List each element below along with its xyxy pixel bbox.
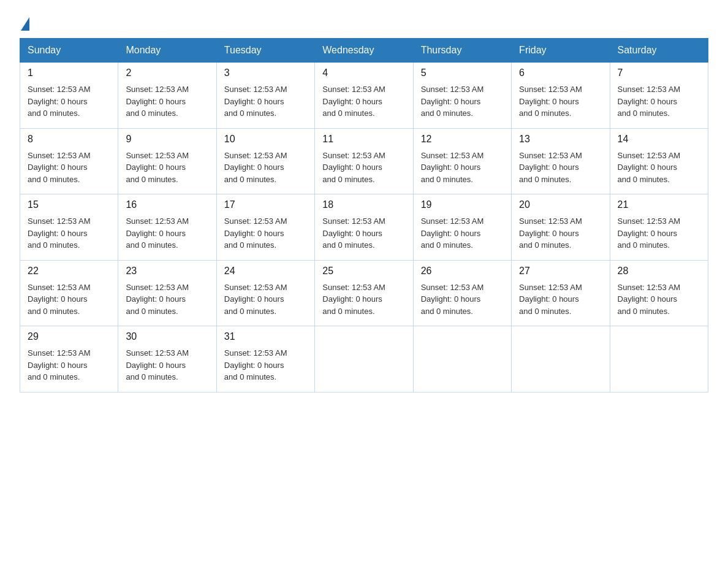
weekday-header-row: SundayMondayTuesdayWednesdayThursdayFrid…	[20, 39, 708, 63]
calendar-cell: 4Sunset: 12:53 AMDaylight: 0 hoursand 0 …	[315, 63, 413, 129]
day-info: Sunset: 12:53 AMDaylight: 0 hoursand 0 m…	[322, 282, 405, 318]
day-info: Sunset: 12:53 AMDaylight: 0 hoursand 0 m…	[618, 282, 700, 318]
day-number: 16	[126, 199, 208, 210]
calendar-cell: 17Sunset: 12:53 AMDaylight: 0 hoursand 0…	[216, 194, 314, 261]
day-number: 3	[224, 67, 307, 79]
calendar-cell: 19Sunset: 12:53 AMDaylight: 0 hoursand 0…	[413, 194, 511, 261]
calendar-week-row: 29Sunset: 12:53 AMDaylight: 0 hoursand 0…	[20, 326, 708, 393]
day-info: Sunset: 12:53 AMDaylight: 0 hoursand 0 m…	[421, 83, 504, 120]
calendar-cell: 2Sunset: 12:53 AMDaylight: 0 hoursand 0 …	[118, 63, 216, 129]
day-number: 14	[618, 134, 700, 145]
day-info: Sunset: 12:53 AMDaylight: 0 hoursand 0 m…	[421, 282, 504, 318]
day-info: Sunset: 12:53 AMDaylight: 0 hoursand 0 m…	[322, 215, 405, 251]
day-number: 1	[28, 67, 110, 79]
day-info: Sunset: 12:53 AMDaylight: 0 hoursand 0 m…	[618, 83, 700, 120]
day-info: Sunset: 12:53 AMDaylight: 0 hoursand 0 m…	[421, 150, 504, 186]
day-info: Sunset: 12:53 AMDaylight: 0 hoursand 0 m…	[224, 83, 307, 120]
calendar-cell: 1Sunset: 12:53 AMDaylight: 0 hoursand 0 …	[20, 63, 118, 129]
calendar-week-row: 1Sunset: 12:53 AMDaylight: 0 hoursand 0 …	[20, 63, 708, 129]
calendar-cell	[610, 326, 708, 393]
calendar-cell: 18Sunset: 12:53 AMDaylight: 0 hoursand 0…	[315, 194, 413, 261]
day-number: 31	[224, 331, 307, 342]
calendar-cell: 10Sunset: 12:53 AMDaylight: 0 hoursand 0…	[216, 128, 314, 194]
day-info: Sunset: 12:53 AMDaylight: 0 hoursand 0 m…	[618, 150, 700, 186]
day-info: Sunset: 12:53 AMDaylight: 0 hoursand 0 m…	[421, 215, 504, 251]
day-info: Sunset: 12:53 AMDaylight: 0 hoursand 0 m…	[28, 215, 110, 251]
calendar-cell: 11Sunset: 12:53 AMDaylight: 0 hoursand 0…	[315, 128, 413, 194]
day-info: Sunset: 12:53 AMDaylight: 0 hoursand 0 m…	[126, 215, 208, 251]
day-number: 9	[126, 134, 208, 145]
day-info: Sunset: 12:53 AMDaylight: 0 hoursand 0 m…	[322, 83, 405, 120]
weekday-header-friday: Friday	[512, 39, 610, 63]
calendar-week-row: 15Sunset: 12:53 AMDaylight: 0 hoursand 0…	[20, 194, 708, 261]
calendar-cell: 24Sunset: 12:53 AMDaylight: 0 hoursand 0…	[216, 260, 314, 326]
calendar-week-row: 22Sunset: 12:53 AMDaylight: 0 hoursand 0…	[20, 260, 708, 326]
day-number: 30	[126, 331, 208, 342]
day-number: 24	[224, 266, 307, 277]
day-number: 4	[322, 67, 405, 79]
calendar-cell: 27Sunset: 12:53 AMDaylight: 0 hoursand 0…	[512, 260, 610, 326]
logo-triangle-icon	[21, 17, 29, 31]
weekday-header-wednesday: Wednesday	[315, 39, 413, 63]
day-number: 25	[322, 266, 405, 277]
calendar-cell: 31Sunset: 12:53 AMDaylight: 0 hoursand 0…	[216, 326, 314, 393]
day-info: Sunset: 12:53 AMDaylight: 0 hoursand 0 m…	[28, 347, 110, 383]
weekday-header-saturday: Saturday	[610, 39, 708, 63]
day-number: 29	[28, 331, 110, 342]
day-info: Sunset: 12:53 AMDaylight: 0 hoursand 0 m…	[224, 282, 307, 318]
day-info: Sunset: 12:53 AMDaylight: 0 hoursand 0 m…	[519, 150, 602, 186]
day-info: Sunset: 12:53 AMDaylight: 0 hoursand 0 m…	[224, 150, 307, 186]
calendar-cell: 22Sunset: 12:53 AMDaylight: 0 hoursand 0…	[20, 260, 118, 326]
calendar-table: SundayMondayTuesdayWednesdayThursdayFrid…	[20, 38, 708, 393]
logo	[20, 17, 29, 28]
day-number: 6	[519, 67, 602, 79]
day-info: Sunset: 12:53 AMDaylight: 0 hoursand 0 m…	[519, 282, 602, 318]
calendar-cell: 16Sunset: 12:53 AMDaylight: 0 hoursand 0…	[118, 194, 216, 261]
day-number: 28	[618, 266, 700, 277]
day-number: 2	[126, 67, 208, 79]
day-number: 19	[421, 199, 504, 210]
day-number: 22	[28, 266, 110, 277]
day-info: Sunset: 12:53 AMDaylight: 0 hoursand 0 m…	[126, 150, 208, 186]
day-number: 15	[28, 199, 110, 210]
day-info: Sunset: 12:53 AMDaylight: 0 hoursand 0 m…	[28, 83, 110, 120]
calendar-cell: 29Sunset: 12:53 AMDaylight: 0 hoursand 0…	[20, 326, 118, 393]
day-info: Sunset: 12:53 AMDaylight: 0 hoursand 0 m…	[618, 215, 700, 251]
day-info: Sunset: 12:53 AMDaylight: 0 hoursand 0 m…	[28, 282, 110, 318]
day-number: 10	[224, 134, 307, 145]
calendar-cell: 13Sunset: 12:53 AMDaylight: 0 hoursand 0…	[512, 128, 610, 194]
day-info: Sunset: 12:53 AMDaylight: 0 hoursand 0 m…	[519, 215, 602, 251]
calendar-cell: 9Sunset: 12:53 AMDaylight: 0 hoursand 0 …	[118, 128, 216, 194]
weekday-header-tuesday: Tuesday	[216, 39, 314, 63]
day-number: 12	[421, 134, 504, 145]
day-number: 21	[618, 199, 700, 210]
calendar-cell	[512, 326, 610, 393]
day-number: 13	[519, 134, 602, 145]
day-number: 20	[519, 199, 602, 210]
calendar-cell: 15Sunset: 12:53 AMDaylight: 0 hoursand 0…	[20, 194, 118, 261]
day-info: Sunset: 12:53 AMDaylight: 0 hoursand 0 m…	[224, 215, 307, 251]
calendar-cell	[413, 326, 511, 393]
calendar-cell: 3Sunset: 12:53 AMDaylight: 0 hoursand 0 …	[216, 63, 314, 129]
calendar-cell: 20Sunset: 12:53 AMDaylight: 0 hoursand 0…	[512, 194, 610, 261]
day-number: 17	[224, 199, 307, 210]
day-number: 26	[421, 266, 504, 277]
calendar-cell: 30Sunset: 12:53 AMDaylight: 0 hoursand 0…	[118, 326, 216, 393]
weekday-header-monday: Monday	[118, 39, 216, 63]
day-number: 18	[322, 199, 405, 210]
calendar-cell: 7Sunset: 12:53 AMDaylight: 0 hoursand 0 …	[610, 63, 708, 129]
page-header	[20, 15, 708, 28]
calendar-cell: 21Sunset: 12:53 AMDaylight: 0 hoursand 0…	[610, 194, 708, 261]
calendar-week-row: 8Sunset: 12:53 AMDaylight: 0 hoursand 0 …	[20, 128, 708, 194]
calendar-cell: 25Sunset: 12:53 AMDaylight: 0 hoursand 0…	[315, 260, 413, 326]
day-info: Sunset: 12:53 AMDaylight: 0 hoursand 0 m…	[126, 347, 208, 383]
day-info: Sunset: 12:53 AMDaylight: 0 hoursand 0 m…	[322, 150, 405, 186]
calendar-cell: 8Sunset: 12:53 AMDaylight: 0 hoursand 0 …	[20, 128, 118, 194]
day-info: Sunset: 12:53 AMDaylight: 0 hoursand 0 m…	[28, 150, 110, 186]
calendar-cell: 5Sunset: 12:53 AMDaylight: 0 hoursand 0 …	[413, 63, 511, 129]
calendar-cell: 26Sunset: 12:53 AMDaylight: 0 hoursand 0…	[413, 260, 511, 326]
calendar-cell: 6Sunset: 12:53 AMDaylight: 0 hoursand 0 …	[512, 63, 610, 129]
day-info: Sunset: 12:53 AMDaylight: 0 hoursand 0 m…	[126, 282, 208, 318]
day-number: 5	[421, 67, 504, 79]
calendar-cell: 14Sunset: 12:53 AMDaylight: 0 hoursand 0…	[610, 128, 708, 194]
